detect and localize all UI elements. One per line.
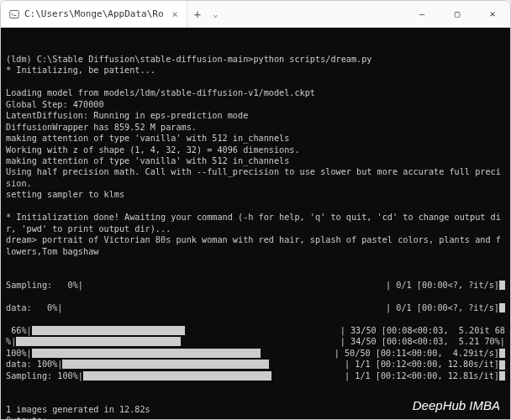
- terminal-line: Global Step: 470000: [6, 99, 505, 110]
- terminal-line: LatentDiffusion: Running in eps-predicti…: [6, 110, 505, 121]
- terminal-icon: [9, 9, 19, 19]
- progress-fill: [32, 349, 261, 358]
- cursor-block: [499, 360, 505, 370]
- progress-stats: | 33/50 [00:08<00:03, 5.20it 68: [340, 325, 505, 336]
- progress-fill: [16, 337, 181, 346]
- progress-label: data: 100%|: [6, 359, 62, 370]
- progress-fill: [62, 360, 269, 369]
- progress-stats: | 1/1 [00:12<00:00, 12.81s/it]: [345, 370, 505, 381]
- progress-label: %|: [6, 336, 16, 347]
- terminal-line: Outputs:: [6, 415, 505, 419]
- progress-stats: | 0/1 [00:00<?, ?it/s]: [386, 280, 505, 291]
- terminal-line: * Initialization done! Awaiting your com…: [6, 212, 505, 234]
- progress-bar-row: 66%|| 33/50 [00:08<00:03, 5.20it 68: [6, 325, 505, 336]
- titlebar: C:\Users\Monge\AppData\Ro × + ⌄ — ▢ ✕: [1, 1, 510, 28]
- progress-bar-row: Sampling: 0%|| 0/1 [00:00<?, ?it/s]: [6, 280, 505, 291]
- terminal-lines: (ldm) C:\Stable Diffusion\stable-diffusi…: [6, 54, 505, 257]
- progress-bar-row: data: 0%|| 0/1 [00:00<?, ?it/s]: [6, 302, 505, 313]
- terminal-line: setting sampler to klms: [6, 189, 505, 200]
- terminal-line: * Initializing, be patient...: [6, 65, 505, 76]
- progress-stats: | 50/50 [00:11<00:00, 4.29it/s]: [335, 348, 505, 359]
- progress-bar-row: 100%|| 50/50 [00:11<00:00, 4.29it/s]: [6, 348, 505, 359]
- progress-label: data: 0%|: [6, 302, 62, 313]
- progress-bar-row: [6, 291, 505, 302]
- progress-bar-row: Sampling: 100%|| 1/1 [00:12<00:00, 12.81…: [6, 370, 505, 381]
- progress-fill: [83, 371, 271, 381]
- progress-bar-row: [6, 313, 505, 324]
- tab-dropdown-button[interactable]: ⌄: [208, 9, 223, 18]
- progress-stats: | 1/1 [00:12<00:00, 12.80s/it]: [345, 359, 505, 370]
- new-tab-button[interactable]: +: [187, 8, 208, 21]
- terminal-line: Using half precision math. Call with --f…: [6, 166, 505, 189]
- progress-bars: Sampling: 0%|| 0/1 [00:00<?, ?it/s] data…: [6, 280, 505, 381]
- watermark: DeepHub IMBA: [391, 397, 500, 414]
- progress-stats: | 0/1 [00:00<?, ?it/s]: [386, 302, 505, 313]
- minimize-button[interactable]: —: [404, 1, 440, 28]
- cursor-block: [499, 371, 505, 381]
- progress-bar-row: data: 100%|| 1/1 [00:12<00:00, 12.80s/it…: [6, 359, 505, 370]
- progress-bar-row: %| | 34/50 [00:08<00:03, 5.21 70%|: [6, 336, 505, 347]
- terminal-line: dream> portrait of Victorian 80s punk wo…: [6, 234, 505, 257]
- window-controls: — ▢ ✕: [404, 1, 510, 28]
- wechat-icon: [391, 397, 408, 414]
- progress-label: 100%|: [6, 348, 32, 359]
- svg-rect-0: [10, 10, 19, 18]
- cursor-block: [499, 349, 505, 358]
- close-window-button[interactable]: ✕: [475, 1, 510, 28]
- cursor-block: [499, 281, 505, 290]
- tab-active[interactable]: C:\Users\Monge\AppData\Ro ×: [1, 1, 187, 27]
- terminal-window: C:\Users\Monge\AppData\Ro × + ⌄ — ▢ ✕ (l…: [0, 0, 511, 420]
- terminal-line: Loading model from models/ldm/stable-dif…: [6, 87, 505, 98]
- terminal-line: Working with z of shape (1, 4, 32, 32) =…: [6, 144, 505, 155]
- watermark-text: DeepHub IMBA: [413, 397, 500, 414]
- progress-label: Sampling: 0%|: [6, 280, 83, 291]
- terminal-line: DiffusionWrapper has 859.52 M params.: [6, 122, 505, 133]
- tab-title: C:\Users\Monge\AppData\Ro: [24, 8, 164, 19]
- terminal-line: (ldm) C:\Stable Diffusion\stable-diffusi…: [6, 54, 505, 65]
- progress-label: Sampling: 100%|: [6, 370, 83, 381]
- progress-fill: [32, 326, 185, 335]
- progress-stats: | 34/50 [00:08<00:03, 5.21 70%|: [335, 336, 505, 347]
- terminal-line: making attention of type 'vanilla' with …: [6, 155, 505, 166]
- progress-label: 66%|: [6, 325, 32, 336]
- terminal-line: [6, 76, 505, 87]
- close-icon[interactable]: ×: [172, 8, 178, 20]
- maximize-button[interactable]: ▢: [440, 1, 475, 28]
- terminal-line: making attention of type 'vanilla' with …: [6, 133, 505, 144]
- terminal-output[interactable]: (ldm) C:\Stable Diffusion\stable-diffusi…: [1, 28, 510, 419]
- cursor-block: [499, 303, 505, 312]
- terminal-line: [6, 201, 505, 212]
